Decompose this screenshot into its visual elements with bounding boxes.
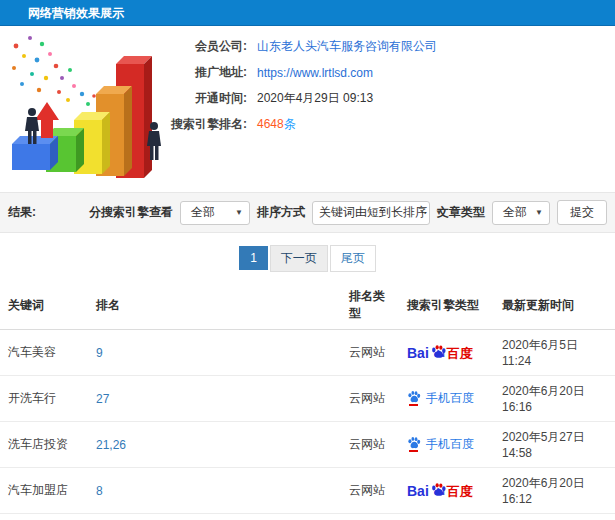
info-row-rank-count: 搜索引擎排名: 4648条 <box>155 116 611 133</box>
col-engine-type: 搜索引擎类型 <box>399 281 494 330</box>
growth-chart-illustration <box>4 30 176 188</box>
engine-cell: Bai du 百度 <box>399 330 494 376</box>
article-type-label: 文章类型 <box>437 204 485 221</box>
last-page-button[interactable]: 尾页 <box>330 245 376 272</box>
filter-controls: 分搜索引擎查看 全部 ▼ 排序方式 关键词由短到长排序 ▼ 文章类型 全部 ▼ … <box>89 200 607 225</box>
table-row: 加盟洗车店 25,28,28 云网站 手机百度 2020年6月20 <box>0 514 615 520</box>
engine-cell: 手机百度 <box>399 514 494 520</box>
promo-url-label: 推广地址: <box>155 64 247 81</box>
col-rank-type: 排名类型 <box>341 281 399 330</box>
rank-type-cell: 云网站 <box>341 468 399 514</box>
table-header-row: 关键词 排名 排名类型 搜索引擎类型 最新更新时间 <box>0 281 615 330</box>
sort-select[interactable]: 关键词由短到长排序 ▼ <box>312 201 430 225</box>
sort-select-value: 关键词由短到长排序 <box>319 204 427 221</box>
rank-count-label: 搜索引擎排名: <box>155 116 247 133</box>
results-table: 关键词 排名 排名类型 搜索引擎类型 最新更新时间 汽车美容 9 云网站 Bai… <box>0 281 615 520</box>
rank-type-cell: 云网站 <box>341 330 399 376</box>
keyword-cell: 加盟洗车店 <box>0 514 88 520</box>
keyword-cell: 汽车美容 <box>0 330 88 376</box>
table-row: 开洗车行 27 云网站 手机百度 2020年6月20日 16:16 <box>0 376 615 422</box>
keyword-cell: 开洗车行 <box>0 376 88 422</box>
table-row: 汽车美容 9 云网站 Bai du 百度 2020年6月5日 11:24 <box>0 330 615 376</box>
updated-cell: 2020年6月20日 16:12 <box>494 468 615 514</box>
rank-cell: 8 <box>88 468 341 514</box>
info-row-url: 推广地址: https://www.lrtlsd.com <box>155 64 611 81</box>
rank-count-number: 4648 <box>257 117 284 131</box>
chevron-down-icon: ▼ <box>535 208 543 217</box>
rank-cell: 9 <box>88 330 341 376</box>
rank-link[interactable]: 9 <box>96 346 103 360</box>
next-page-button[interactable]: 下一页 <box>270 245 328 272</box>
keyword-cell: 汽车加盟店 <box>0 468 88 514</box>
page-title: 网络营销效果展示 <box>28 6 124 20</box>
rank-link[interactable]: 8 <box>96 484 103 498</box>
keyword-cell: 洗车店投资 <box>0 422 88 468</box>
company-label: 会员公司: <box>155 38 247 55</box>
engine-cell: 手机百度 <box>399 376 494 422</box>
pagination: 1下一页尾页 <box>0 233 615 281</box>
results-table-body: 汽车美容 9 云网站 Bai du 百度 2020年6月5日 11:24 开洗车… <box>0 330 615 520</box>
mobile-baidu-logo: 手机百度 <box>407 390 474 407</box>
engine-filter-label: 分搜索引擎查看 <box>89 204 173 221</box>
mobile-baidu-logo: 手机百度 <box>407 436 474 453</box>
filter-bar: 结果: 分搜索引擎查看 全部 ▼ 排序方式 关键词由短到长排序 ▼ 文章类型 全… <box>0 192 615 233</box>
engine-cell: 手机百度 <box>399 422 494 468</box>
rank-count-value: 4648条 <box>257 116 296 133</box>
promo-url-link[interactable]: https://www.lrtlsd.com <box>257 66 373 80</box>
engine-select-value: 全部 <box>191 204 215 221</box>
engine-select[interactable]: 全部 ▼ <box>180 201 250 225</box>
article-type-select[interactable]: 全部 ▼ <box>492 201 550 225</box>
mobile-baidu-paw-icon <box>407 436 421 452</box>
company-link[interactable]: 山东老人头汽车服务咨询有限公司 <box>257 38 437 55</box>
account-info-section: 会员公司: 山东老人头汽车服务咨询有限公司 推广地址: https://www.… <box>0 26 615 192</box>
open-time-value: 2020年4月29日 09:13 <box>257 90 373 107</box>
table-row: 汽车加盟店 8 云网站 Bai du 百度 2020年6月20日 16:12 <box>0 468 615 514</box>
rank-type-cell: 云网站 <box>341 422 399 468</box>
open-time-label: 开通时间: <box>155 90 247 107</box>
rank-link[interactable]: 21,26 <box>96 438 126 452</box>
updated-cell: 2020年6月20日 16:16 <box>494 376 615 422</box>
chevron-down-icon: ▼ <box>235 208 243 217</box>
mobile-baidu-paw-icon <box>407 390 421 406</box>
rank-count-suffix: 条 <box>284 117 296 131</box>
col-updated: 最新更新时间 <box>494 281 615 330</box>
rank-type-cell: 云网站 <box>341 514 399 520</box>
page-header: 网络营销效果展示 <box>0 0 615 26</box>
baidu-logo: Bai du 百度 <box>407 482 473 498</box>
rank-cell: 25,28,28 <box>88 514 341 520</box>
engine-cell: Bai du 百度 <box>399 468 494 514</box>
rank-type-cell: 云网站 <box>341 376 399 422</box>
col-keyword: 关键词 <box>0 281 88 330</box>
info-row-company: 会员公司: 山东老人头汽车服务咨询有限公司 <box>155 38 611 55</box>
table-row: 洗车店投资 21,26 云网站 手机百度 2020年5月27日 1 <box>0 422 615 468</box>
updated-cell: 2020年6月20日 16:11 <box>494 514 615 520</box>
account-info-list: 会员公司: 山东老人头汽车服务咨询有限公司 推广地址: https://www.… <box>155 38 611 142</box>
rank-cell: 21,26 <box>88 422 341 468</box>
confetti <box>12 36 96 106</box>
updated-cell: 2020年5月27日 14:58 <box>494 422 615 468</box>
rank-cell: 27 <box>88 376 341 422</box>
submit-button[interactable]: 提交 <box>557 200 607 225</box>
info-row-open-time: 开通时间: 2020年4月29日 09:13 <box>155 90 611 107</box>
article-type-select-value: 全部 <box>503 204 527 221</box>
sort-filter-label: 排序方式 <box>257 204 305 221</box>
result-label: 结果: <box>8 204 36 221</box>
col-rank: 排名 <box>88 281 341 330</box>
rank-link[interactable]: 27 <box>96 392 109 406</box>
page-1-button[interactable]: 1 <box>239 246 268 270</box>
baidu-logo: Bai du 百度 <box>407 344 473 360</box>
updated-cell: 2020年6月5日 11:24 <box>494 330 615 376</box>
